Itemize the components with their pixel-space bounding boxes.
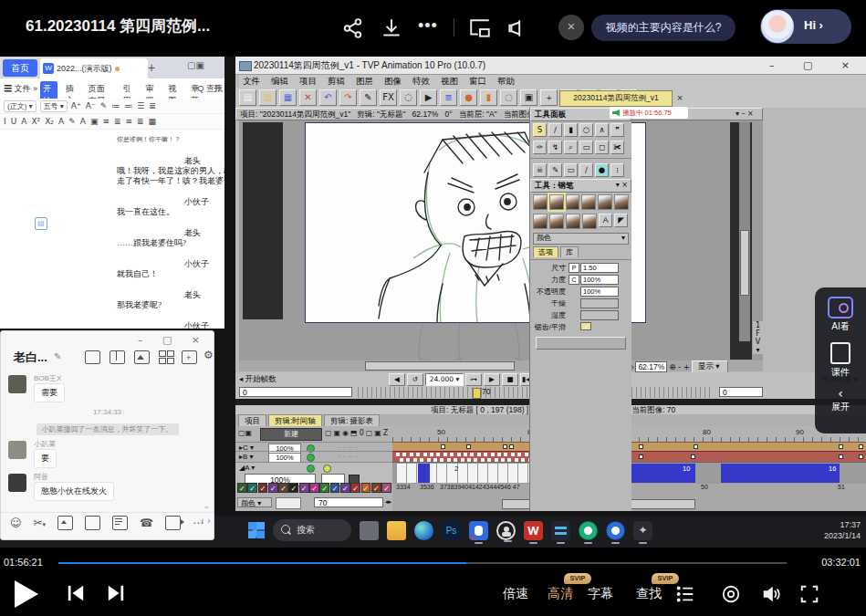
photoshop-icon[interactable]: Ps [442,521,461,540]
param-value[interactable]: 100% [580,287,619,297]
expand-label[interactable]: 展开 [815,401,866,413]
tvp-menu-2[interactable]: 项目 [299,76,317,88]
chat-window-controls[interactable]: – ▢ × [138,334,208,346]
window-layout-icons[interactable]: ▢▣ [187,60,204,70]
format-icon[interactable]: ✎ [68,117,76,126]
font-size-select[interactable]: 五号 ▾ [40,100,68,112]
scrollbar-thumb[interactable] [365,361,515,371]
param-value[interactable] [580,310,619,320]
pointer-tool[interactable]: ◤ [614,214,628,227]
new-tab-icon[interactable]: + [148,60,155,75]
tool-icon[interactable]: ∧ [595,123,609,137]
brush-preset[interactable] [549,214,564,229]
param-badge[interactable]: P [569,263,579,273]
audio-mode-icon[interactable] [721,584,741,604]
comment-marker-icon[interactable]: ▤ [35,217,47,230]
timeline-tab-0[interactable]: 项目 [238,414,266,426]
brush-row2[interactable]: A◤ [530,212,631,231]
format-icon[interactable]: ≡ [102,117,110,126]
image-icon[interactable] [134,350,150,364]
color-swatch[interactable] [276,497,301,509]
fullscreen-icon[interactable] [799,584,819,604]
start-button-icon[interactable] [248,522,265,538]
frame-number-field[interactable]: 70 [314,497,383,507]
tool-icon[interactable]: ☠ [533,163,547,177]
keyframe[interactable] [466,444,471,449]
media-app-icon[interactable] [579,521,598,540]
tvp-toolbar-icon[interactable]: ↷ [339,89,357,106]
format-icon[interactable]: ▣ [90,117,99,126]
color-check[interactable]: ✓ [330,483,340,493]
tvp-menu-6[interactable]: 特效 [412,76,430,88]
courseware-icon[interactable] [830,342,850,364]
find-button[interactable]: 查找 [636,586,662,602]
new-layer-button[interactable]: 新建 [260,428,322,441]
tool-icon[interactable]: S [533,123,547,137]
keyframe[interactable] [839,444,843,449]
format-icon[interactable]: ≣ [137,117,144,126]
tvp-toolbar-icon[interactable]: ▣ [520,89,537,106]
keyframe[interactable] [639,444,643,449]
format-icon[interactable]: ≔ [111,101,120,110]
brush-preset[interactable] [566,214,580,229]
format-icon[interactable]: I [4,117,6,126]
tvp-toolbar-icon[interactable]: ▥ [259,89,276,106]
tvp-window-controls[interactable]: – ▢ × [769,57,862,75]
tool-icon[interactable]: ○ [579,123,593,137]
tvp-toolbar-icon[interactable]: FX [380,89,397,106]
courseware-label[interactable]: 课件 [815,366,866,379]
tool-icon[interactable]: ▭ [579,141,593,154]
tvp-toolbar-icon[interactable]: ▦ [279,89,297,106]
wps-home-button[interactable]: 首页 [3,59,37,77]
brush-preset[interactable] [549,194,564,210]
phone-icon[interactable]: ☎ [140,517,153,529]
end-frame-field[interactable]: 0 [719,387,763,397]
speed-button[interactable]: 倍速 [503,586,528,602]
tool-icon[interactable]: ▭ [564,163,578,177]
color-check[interactable]: ✓ [268,483,278,493]
brush-preset[interactable] [598,194,612,210]
style-select[interactable]: (正文) ▾ [4,100,37,112]
keyframe[interactable] [441,444,445,449]
timeline-tab-2[interactable]: 剪辑: 摄影表 [324,414,380,426]
tool-icon[interactable]: ● [595,163,609,177]
tvp-menu-4[interactable]: 图层 [356,76,373,88]
keyframe[interactable] [691,454,695,459]
tool-icon[interactable]: ⌕ [564,141,578,154]
file-icon[interactable] [85,516,100,530]
video-call-icon[interactable] [165,516,181,530]
format-icon[interactable]: ≕ [124,101,132,110]
color-check[interactable]: ✓ [371,483,381,493]
grid-icon[interactable] [159,350,172,362]
color-check[interactable]: ✓ [361,483,371,493]
keyframe[interactable] [503,444,507,449]
keyframe[interactable] [839,454,843,459]
progress-bar[interactable] [58,562,787,564]
wps-icon[interactable]: W [524,521,543,540]
format-icon[interactable]: ☰ [137,101,144,110]
tvp-toolbar-icon[interactable]: ▮ [480,89,497,106]
tvp-panel-controls[interactable]: ▾ – × [736,110,754,118]
tvp-toolbar-icon[interactable]: ◌ [400,89,417,106]
tool-icons-mid[interactable]: ☠✎▭∕●⁝ [530,162,631,179]
tvp-toolbar-icon[interactable]: ＋ [540,89,558,106]
zoom-controls[interactable]: ↻ ◇ 62.17% ⊕ - + 显示 ▾ [619,360,728,372]
vertical-scrollbar[interactable] [739,122,750,341]
wps-document-tab[interactable]: W 2022...(演示版) [40,58,148,78]
color-check[interactable]: ✓ [309,483,319,493]
brush-preset[interactable] [566,194,580,210]
tab-close-icon[interactable]: × [673,91,686,104]
transport-control-2[interactable]: 24.000 ▾ [425,373,464,386]
format-icon[interactable]: ≡ [125,117,132,126]
tool-icon[interactable]: ❞ [610,123,624,137]
image-icon[interactable] [57,516,73,530]
color-check[interactable]: ✓ [258,483,268,493]
layer-row-c[interactable]: ▸C ▾ 100% ···· [235,442,392,451]
tvp-toolbar-icon[interactable]: ▤ [239,89,256,106]
share-icon[interactable] [341,16,365,40]
taskbar-search[interactable]: 搜索 [273,519,351,541]
collapse-chevron-icon[interactable]: ‹ [815,386,866,401]
param-value[interactable]: ✓ [580,322,591,330]
next-episode-icon[interactable] [106,584,126,602]
frame-segment[interactable] [418,464,430,483]
